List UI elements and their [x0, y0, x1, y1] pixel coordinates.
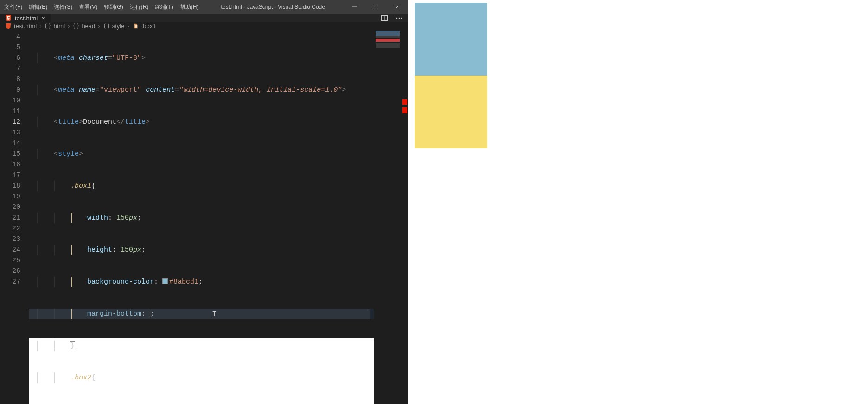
menu-view[interactable]: 查看(V) [76, 0, 101, 14]
preview-box1 [415, 3, 487, 76]
html5-icon [5, 14, 12, 22]
breadcrumb-item[interactable]: .box1 [141, 23, 156, 30]
breadcrumb-item[interactable]: test.html [14, 23, 37, 30]
tab-close-icon[interactable]: × [40, 14, 46, 22]
bracket-icon [103, 22, 110, 30]
browser-preview [408, 0, 868, 404]
css-icon [132, 22, 140, 30]
code-area[interactable]: <meta charset="UTF-8"> <meta name="viewp… [29, 30, 408, 404]
menu-run[interactable]: 运行(R) [127, 0, 152, 14]
window-minimize-button[interactable] [344, 0, 365, 14]
window-controls [344, 0, 408, 14]
menu-help[interactable]: 帮助(H) [177, 0, 202, 14]
html5-icon [5, 22, 12, 30]
breadcrumb-item[interactable]: head [82, 23, 95, 30]
more-actions-icon[interactable] [395, 14, 403, 22]
bracket-icon [72, 22, 80, 30]
breadcrumb[interactable]: test.html › html › head › style › .box1 [0, 22, 408, 30]
color-swatch[interactable] [162, 278, 168, 284]
svg-rect-0 [374, 5, 378, 9]
window-maximize-button[interactable] [365, 0, 387, 14]
svg-point-4 [399, 18, 400, 19]
svg-point-3 [396, 18, 398, 19]
svg-point-5 [401, 18, 402, 19]
preview-box2 [415, 76, 487, 148]
minimap[interactable] [374, 30, 402, 404]
editor[interactable]: 4567891011121314151617181920212223242526… [0, 30, 408, 404]
tab-test-html[interactable]: test.html × [0, 14, 51, 22]
breadcrumb-item[interactable]: style [112, 23, 125, 30]
chevron-right-icon: › [97, 23, 101, 30]
chevron-right-icon: › [126, 23, 130, 30]
titlebar: 文件(F) 编辑(E) 选择(S) 查看(V) 转到(G) 运行(R) 终端(T… [0, 0, 408, 14]
line-numbers: 4567891011121314151617181920212223242526… [0, 30, 29, 404]
split-editor-icon[interactable] [380, 14, 389, 22]
window-title: test.html - JavaScript - Visual Studio C… [202, 4, 344, 10]
breadcrumb-item[interactable]: html [53, 23, 65, 30]
menu-go[interactable]: 转到(G) [101, 0, 126, 14]
menu-select[interactable]: 选择(S) [51, 0, 76, 14]
window-close-button[interactable] [387, 0, 408, 14]
tab-label: test.html [15, 15, 38, 22]
text-cursor [150, 309, 150, 317]
chevron-right-icon: › [38, 23, 42, 30]
vscode-window: 文件(F) 编辑(E) 选择(S) 查看(V) 转到(G) 运行(R) 终端(T… [0, 0, 408, 338]
editor-tabbar: test.html × [0, 14, 408, 22]
overview-ruler[interactable] [402, 30, 408, 404]
bracket-icon [44, 22, 51, 30]
menu-file[interactable]: 文件(F) [1, 0, 26, 14]
menu-terminal[interactable]: 终端(T) [152, 0, 176, 14]
menu-edit[interactable]: 编辑(E) [26, 0, 51, 14]
ibeam-cursor-icon: I [212, 309, 217, 320]
chevron-right-icon: › [67, 23, 70, 30]
